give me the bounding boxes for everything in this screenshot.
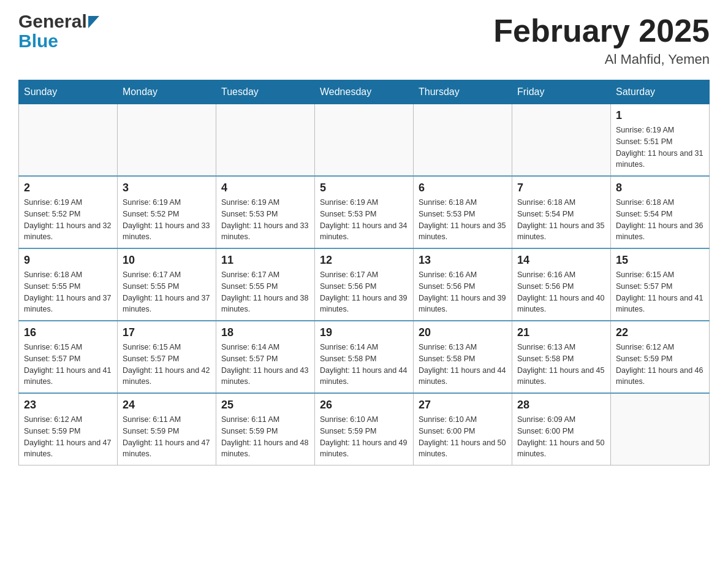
calendar-cell: 13Sunrise: 6:16 AMSunset: 5:56 PMDayligh… [414, 248, 512, 321]
day-number: 21 [517, 326, 605, 339]
day-number: 27 [419, 399, 507, 412]
day-number: 22 [616, 326, 704, 339]
calendar-cell: 18Sunrise: 6:14 AMSunset: 5:57 PMDayligh… [216, 321, 315, 393]
header-row: SundayMondayTuesdayWednesdayThursdayFrid… [19, 80, 710, 104]
week-row-3: 9Sunrise: 6:18 AMSunset: 5:55 PMDaylight… [19, 248, 710, 321]
day-number: 24 [123, 399, 211, 412]
day-number: 8 [616, 182, 704, 194]
day-number: 9 [24, 254, 112, 267]
day-number: 17 [123, 326, 211, 339]
calendar-cell: 10Sunrise: 6:17 AMSunset: 5:55 PMDayligh… [118, 248, 216, 321]
day-number: 6 [419, 182, 507, 194]
day-info: Sunrise: 6:19 AMSunset: 5:52 PMDaylight:… [24, 197, 112, 243]
day-number: 14 [517, 254, 605, 267]
day-info: Sunrise: 6:15 AMSunset: 5:57 PMDaylight:… [24, 342, 112, 388]
header-day-friday: Friday [512, 80, 611, 104]
logo-blue-line: Blue [18, 31, 58, 52]
day-info: Sunrise: 6:18 AMSunset: 5:54 PMDaylight:… [616, 197, 704, 243]
day-info: Sunrise: 6:14 AMSunset: 5:58 PMDaylight:… [320, 342, 408, 388]
header-day-monday: Monday [118, 80, 216, 104]
day-info: Sunrise: 6:11 AMSunset: 5:59 PMDaylight:… [123, 414, 211, 460]
day-info: Sunrise: 6:14 AMSunset: 5:57 PMDaylight:… [221, 342, 309, 388]
calendar-cell: 22Sunrise: 6:12 AMSunset: 5:59 PMDayligh… [611, 321, 710, 393]
day-info: Sunrise: 6:19 AMSunset: 5:53 PMDaylight:… [221, 197, 309, 243]
day-number: 10 [123, 254, 211, 267]
day-number: 4 [221, 182, 309, 194]
calendar-cell [118, 104, 216, 177]
calendar-cell: 16Sunrise: 6:15 AMSunset: 5:57 PMDayligh… [19, 321, 118, 393]
week-row-1: 1Sunrise: 6:19 AMSunset: 5:51 PMDaylight… [19, 104, 710, 177]
day-info: Sunrise: 6:16 AMSunset: 5:56 PMDaylight:… [517, 269, 605, 315]
calendar-table: SundayMondayTuesdayWednesdayThursdayFrid… [18, 80, 710, 465]
day-number: 3 [123, 182, 211, 194]
header-day-thursday: Thursday [414, 80, 512, 104]
logo-blue: Blue [18, 31, 58, 51]
calendar-cell: 28Sunrise: 6:09 AMSunset: 6:00 PMDayligh… [512, 393, 611, 465]
day-info: Sunrise: 6:09 AMSunset: 6:00 PMDaylight:… [517, 414, 605, 460]
day-number: 2 [24, 182, 112, 194]
day-info: Sunrise: 6:17 AMSunset: 5:56 PMDaylight:… [320, 269, 408, 315]
calendar-cell [216, 104, 315, 177]
calendar-cell: 19Sunrise: 6:14 AMSunset: 5:58 PMDayligh… [315, 321, 414, 393]
day-number: 16 [24, 326, 112, 339]
title-area: February 2025 Al Mahfid, Yemen [493, 12, 710, 67]
logo-triangle-icon [88, 16, 99, 30]
calendar-cell: 20Sunrise: 6:13 AMSunset: 5:58 PMDayligh… [414, 321, 512, 393]
calendar-subtitle: Al Mahfid, Yemen [493, 52, 710, 67]
day-info: Sunrise: 6:13 AMSunset: 5:58 PMDaylight:… [419, 342, 507, 388]
day-info: Sunrise: 6:17 AMSunset: 5:55 PMDaylight:… [221, 269, 309, 315]
day-number: 12 [320, 254, 408, 267]
day-info: Sunrise: 6:10 AMSunset: 5:59 PMDaylight:… [320, 414, 408, 460]
day-info: Sunrise: 6:18 AMSunset: 5:53 PMDaylight:… [419, 197, 507, 243]
day-info: Sunrise: 6:10 AMSunset: 6:00 PMDaylight:… [419, 414, 507, 460]
day-number: 28 [517, 399, 605, 412]
day-info: Sunrise: 6:12 AMSunset: 5:59 PMDaylight:… [24, 414, 112, 460]
header-day-saturday: Saturday [611, 80, 710, 104]
logo-general: General [18, 12, 87, 31]
logo-area: General Blue [18, 12, 99, 52]
day-number: 23 [24, 399, 112, 412]
week-row-2: 2Sunrise: 6:19 AMSunset: 5:52 PMDaylight… [19, 176, 710, 248]
calendar-cell: 2Sunrise: 6:19 AMSunset: 5:52 PMDaylight… [19, 176, 118, 248]
day-info: Sunrise: 6:15 AMSunset: 5:57 PMDaylight:… [616, 269, 704, 315]
header-day-tuesday: Tuesday [216, 80, 315, 104]
day-info: Sunrise: 6:19 AMSunset: 5:52 PMDaylight:… [123, 197, 211, 243]
day-info: Sunrise: 6:17 AMSunset: 5:55 PMDaylight:… [123, 269, 211, 315]
calendar-title: February 2025 [493, 12, 710, 49]
logo: General [18, 12, 99, 31]
calendar-cell: 6Sunrise: 6:18 AMSunset: 5:53 PMDaylight… [414, 176, 512, 248]
calendar-cell: 7Sunrise: 6:18 AMSunset: 5:54 PMDaylight… [512, 176, 611, 248]
day-number: 15 [616, 254, 704, 267]
page-header: General Blue February 2025 Al Mahfid, Ye… [18, 12, 710, 67]
day-info: Sunrise: 6:15 AMSunset: 5:57 PMDaylight:… [123, 342, 211, 388]
calendar-cell: 26Sunrise: 6:10 AMSunset: 5:59 PMDayligh… [315, 393, 414, 465]
calendar-cell: 12Sunrise: 6:17 AMSunset: 5:56 PMDayligh… [315, 248, 414, 321]
day-number: 7 [517, 182, 605, 194]
calendar-cell [611, 393, 710, 465]
calendar-cell: 17Sunrise: 6:15 AMSunset: 5:57 PMDayligh… [118, 321, 216, 393]
calendar-cell: 14Sunrise: 6:16 AMSunset: 5:56 PMDayligh… [512, 248, 611, 321]
day-info: Sunrise: 6:13 AMSunset: 5:58 PMDaylight:… [517, 342, 605, 388]
calendar-cell: 25Sunrise: 6:11 AMSunset: 5:59 PMDayligh… [216, 393, 315, 465]
day-info: Sunrise: 6:19 AMSunset: 5:51 PMDaylight:… [616, 124, 704, 170]
day-number: 26 [320, 399, 408, 412]
day-info: Sunrise: 6:19 AMSunset: 5:53 PMDaylight:… [320, 197, 408, 243]
calendar-cell: 23Sunrise: 6:12 AMSunset: 5:59 PMDayligh… [19, 393, 118, 465]
calendar-cell: 11Sunrise: 6:17 AMSunset: 5:55 PMDayligh… [216, 248, 315, 321]
header-day-sunday: Sunday [19, 80, 118, 104]
calendar-cell [19, 104, 118, 177]
week-row-5: 23Sunrise: 6:12 AMSunset: 5:59 PMDayligh… [19, 393, 710, 465]
day-number: 19 [320, 326, 408, 339]
day-number: 13 [419, 254, 507, 267]
calendar-cell [512, 104, 611, 177]
day-info: Sunrise: 6:11 AMSunset: 5:59 PMDaylight:… [221, 414, 309, 460]
header-day-wednesday: Wednesday [315, 80, 414, 104]
day-number: 20 [419, 326, 507, 339]
week-row-4: 16Sunrise: 6:15 AMSunset: 5:57 PMDayligh… [19, 321, 710, 393]
day-number: 11 [221, 254, 309, 267]
calendar-cell [414, 104, 512, 177]
day-info: Sunrise: 6:18 AMSunset: 5:55 PMDaylight:… [24, 269, 112, 315]
calendar-cell: 9Sunrise: 6:18 AMSunset: 5:55 PMDaylight… [19, 248, 118, 321]
calendar-cell: 27Sunrise: 6:10 AMSunset: 6:00 PMDayligh… [414, 393, 512, 465]
day-info: Sunrise: 6:18 AMSunset: 5:54 PMDaylight:… [517, 197, 605, 243]
